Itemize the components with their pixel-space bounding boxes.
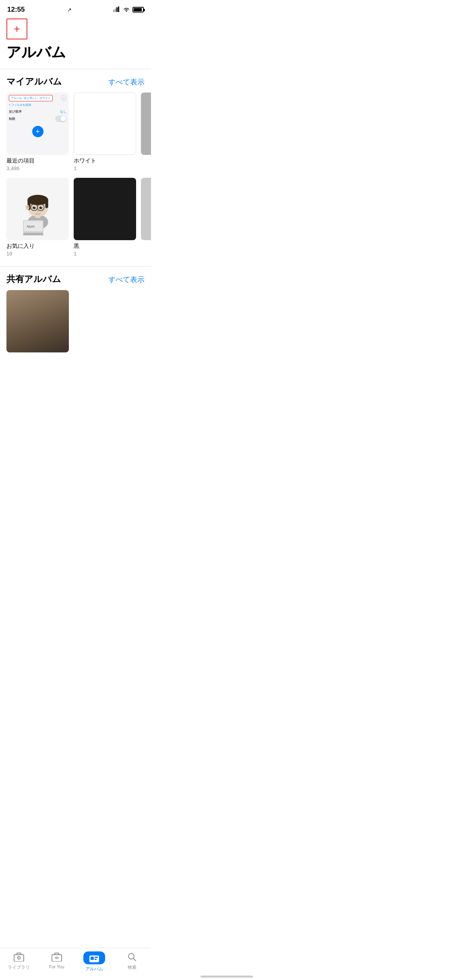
svg-rect-10: [45, 199, 48, 208]
album-white[interactable]: ホワイト 1: [74, 93, 136, 171]
filter-sort-row: 並び順序 なし: [9, 109, 66, 114]
album-thumb-l: [141, 178, 151, 240]
album-count-black: 1: [74, 251, 136, 257]
shared-albums-row: [0, 290, 151, 355]
album-favorites[interactable]: Num お気に入り 18: [6, 178, 69, 257]
filter-minus-icon: −: [61, 95, 66, 101]
album-count-favorites: 18: [6, 251, 69, 257]
my-albums-row1: アルバム 次と等しい ホワイト − + フィルタを追加 並び順序 なし: [0, 93, 151, 171]
wifi-icon: [123, 6, 130, 13]
add-button-container: +: [0, 17, 151, 39]
shared-albums-header: 共有アルバム すべて表示: [0, 273, 151, 290]
album-thumb-shared-1: [6, 290, 69, 352]
page-title: アルバム: [0, 39, 151, 69]
my-albums-show-all[interactable]: すべて表示: [108, 77, 145, 87]
signal-icon: [113, 6, 120, 13]
shared-albums-title: 共有アルバム: [6, 273, 61, 285]
album-count-white: 1: [74, 165, 136, 171]
section-divider-shared: [0, 266, 151, 267]
svg-text:Num: Num: [27, 224, 35, 228]
filter-limit-row: 制限: [9, 115, 66, 122]
album-thumb-favorites: Num: [6, 178, 69, 240]
shared-albums-show-all[interactable]: すべて表示: [108, 275, 145, 284]
my-albums-header: マイアルバム すべて表示: [0, 76, 151, 93]
album-thumb-black: [74, 178, 136, 240]
section-divider-my: [0, 69, 151, 69]
shared-albums-section: 共有アルバム すべて表示: [0, 266, 151, 355]
add-album-button[interactable]: +: [6, 19, 27, 39]
status-icons: [113, 6, 144, 13]
svg-point-18: [34, 206, 35, 207]
filter-tag-album: アルバム 次と等しい ホワイト: [9, 95, 53, 101]
status-time: 12:55: [7, 6, 25, 14]
album-name-white: ホワイト: [74, 157, 136, 165]
plus-icon: +: [14, 23, 20, 35]
status-location-icon: ↗: [67, 7, 72, 13]
svg-rect-3: [118, 6, 119, 12]
svg-rect-0: [113, 10, 114, 12]
status-bar: 12:55 ↗: [0, 0, 151, 17]
album-thumb-recent: アルバム 次と等しい ホワイト − + フィルタを追加 並び順序 なし: [6, 93, 69, 155]
album-partial-glimpse: [141, 93, 151, 171]
filter-add-row: + フィルタを追加: [9, 103, 66, 107]
album-name-black: 黒: [74, 243, 136, 250]
album-thumb-white: [74, 93, 136, 155]
album-thumb-partial: [141, 93, 151, 155]
svg-point-11: [25, 205, 29, 210]
my-albums-row2: Num お気に入り 18 黒 1: [0, 178, 151, 257]
character-illustration: Num: [16, 183, 60, 235]
svg-rect-1: [115, 8, 116, 12]
toggle-switch: [55, 115, 66, 122]
album-l-partial: [141, 178, 151, 257]
album-recent[interactable]: アルバム 次と等しい ホワイト − + フィルタを追加 並び順序 なし: [6, 93, 69, 171]
album-shared-1[interactable]: [6, 290, 69, 355]
svg-point-19: [41, 206, 42, 207]
add-circle-icon: +: [32, 126, 43, 137]
my-albums-title: マイアルバム: [6, 76, 62, 88]
svg-point-4: [126, 10, 127, 12]
album-black[interactable]: 黒 1: [74, 178, 136, 257]
svg-rect-2: [116, 7, 118, 12]
album-count-recent: 3,486: [6, 165, 69, 171]
album-name-recent: 最近の項目: [6, 157, 69, 165]
battery-icon: [132, 7, 144, 12]
album-name-favorites: お気に入り: [6, 243, 69, 250]
